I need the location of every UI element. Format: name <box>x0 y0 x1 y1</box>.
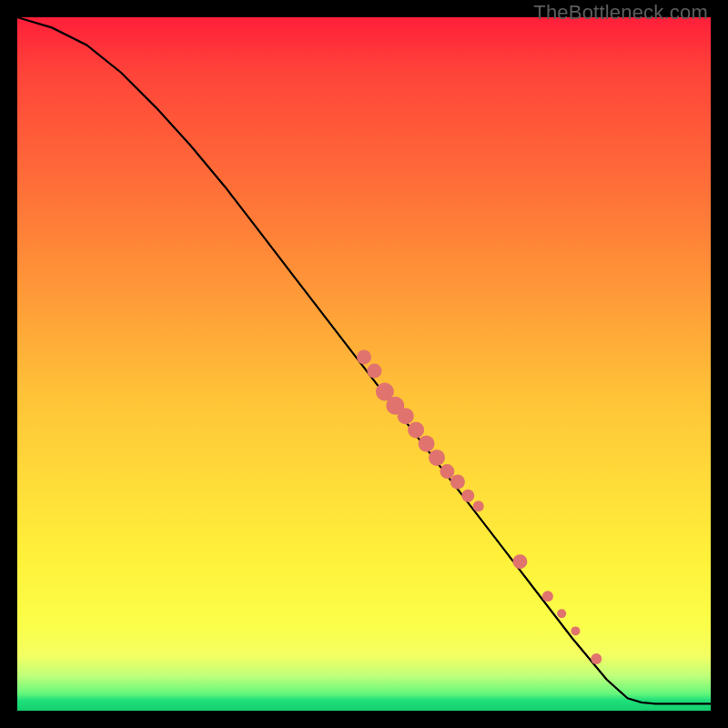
data-point <box>557 609 566 618</box>
data-point <box>542 591 553 602</box>
data-point <box>367 364 381 379</box>
data-point <box>450 475 465 490</box>
data-point <box>357 349 371 364</box>
data-point <box>473 500 484 511</box>
data-point <box>408 421 424 438</box>
data-point <box>429 450 445 466</box>
data-points <box>357 349 602 664</box>
data-point <box>571 626 580 635</box>
data-point <box>419 436 435 452</box>
data-point <box>461 490 474 502</box>
data-point <box>591 653 602 664</box>
data-point <box>398 408 414 424</box>
chart-overlay <box>17 17 711 711</box>
data-point <box>440 464 454 479</box>
chart-stage: TheBottleneck.com <box>0 0 728 728</box>
data-point <box>512 554 527 569</box>
